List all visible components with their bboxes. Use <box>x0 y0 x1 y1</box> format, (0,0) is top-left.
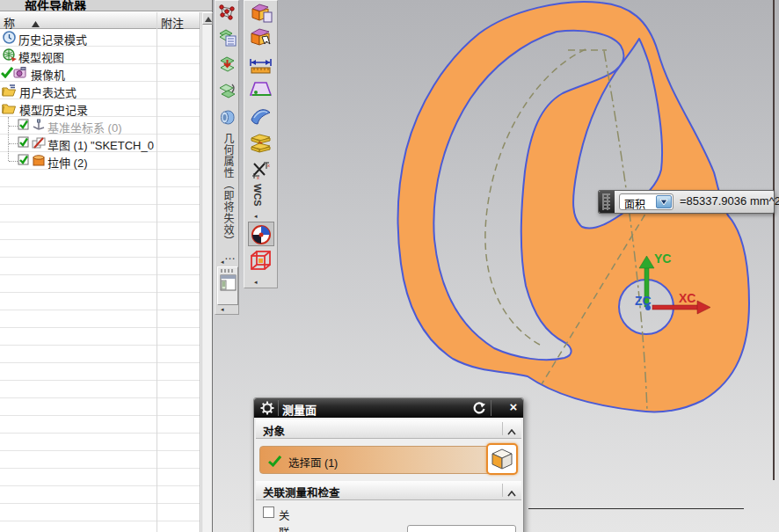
measure-face-dialog: 测量面 × 对象 选择面 (1) 关联测量和检查 关联 <box>253 397 524 532</box>
face-filter-cube-button[interactable] <box>486 443 518 475</box>
tree-row-extrude[interactable]: 拉伸 (2) <box>0 152 156 170</box>
toolbar-geometry-properties: 几何属性（即将失效） … ◂ ◂ <box>215 0 239 315</box>
datum-csys-icon <box>32 119 46 135</box>
folder-expressions-icon <box>2 84 17 99</box>
move-to-layer-icon[interactable] <box>218 55 237 76</box>
viewport-bottom-line <box>528 508 744 509</box>
scroll-up-icon[interactable] <box>202 12 213 25</box>
panel-divider <box>200 12 200 532</box>
grip-dots-icon <box>221 269 235 273</box>
overflow-ellipsis: … <box>224 249 236 262</box>
measure-type-label: 面积 <box>624 196 645 211</box>
flyout-arrow-icon[interactable]: ◂ <box>254 213 258 220</box>
camera-icon <box>13 66 28 82</box>
window-panel-icon <box>220 274 237 294</box>
drag-grip-icon[interactable] <box>599 191 615 213</box>
measure-distance-icon[interactable] <box>249 55 273 77</box>
check-icon <box>1 66 13 81</box>
clock-icon <box>3 31 16 47</box>
tree-item-label[interactable]: 历史记录模式 <box>18 31 87 47</box>
dialog-title-bar[interactable]: 测量面 × <box>254 398 523 418</box>
x-axis-arrow <box>652 305 698 310</box>
part-navigator-panel: 部件导航器 称 附注 历史记录模式 模型视图 <box>0 0 213 532</box>
flyout-arrow-icon[interactable]: ◂ <box>221 306 224 313</box>
tree-scrollbar[interactable] <box>201 12 212 532</box>
area-value: =85337.9036 mm^2 <box>680 194 779 208</box>
title-separator <box>278 400 279 416</box>
feature-checkbox[interactable] <box>18 136 30 151</box>
dialog-title: 测量面 <box>282 401 317 418</box>
geometry-properties-label: 几何属性（即将失效） <box>221 133 236 256</box>
tree-row-sketch[interactable]: 草图 (1) "SKETCH_0 <box>0 135 156 152</box>
tree-row-user-expressions[interactable]: 用户表达式 <box>0 82 156 99</box>
section-label: 关联测量和检查 <box>263 484 340 500</box>
measure-points-icon[interactable]: xx <box>250 160 272 183</box>
column-divider[interactable] <box>157 12 157 532</box>
select-face-row[interactable]: 选择面 (1) <box>259 446 511 474</box>
stack-thickness-icon[interactable] <box>249 132 273 157</box>
zc-axis-label: ZC <box>635 294 652 308</box>
extrude-icon <box>32 154 46 170</box>
orient-view-icon[interactable] <box>248 222 274 246</box>
title-separator <box>491 400 491 416</box>
cube-hand-icon[interactable] <box>249 26 273 51</box>
select-face-label: 选择面 (1) <box>288 454 338 470</box>
tree-item-label[interactable]: 基准坐标系 (0) <box>47 119 122 135</box>
tree-item-label[interactable]: 模型视图 <box>18 48 64 65</box>
close-icon[interactable]: × <box>506 399 521 414</box>
section-label: 对象 <box>263 422 285 439</box>
tree-connector <box>9 161 18 162</box>
section-object[interactable]: 对象 <box>256 419 521 439</box>
model-view-icon <box>3 48 17 64</box>
flyout-arrow-icon[interactable]: ◂ <box>221 259 224 266</box>
wcs-toolbar-label: WCS <box>252 184 263 207</box>
folder-open-icon <box>2 101 17 117</box>
tree-row-datum-csys[interactable]: 基准坐标系 (0) <box>0 117 156 135</box>
resource-tab[interactable] <box>217 266 238 305</box>
cube-note-icon[interactable] <box>249 2 273 26</box>
viewport-right-border <box>773 0 775 480</box>
tree-item-label[interactable]: 用户表达式 <box>19 84 76 100</box>
tree-connector <box>9 143 18 144</box>
measurement-readout-bar[interactable]: 面积 =85337.9036 mm^2 <box>598 190 775 214</box>
clipped-dropdown[interactable] <box>407 525 516 532</box>
toolbar-measure-wcs: xx WCS ◂ ◂ <box>244 0 278 288</box>
tree-row-history-mode[interactable]: 历史记录模式 <box>0 29 156 47</box>
tree-item-label[interactable]: 草图 (1) "SKETCH_0 <box>47 136 154 153</box>
svg-text:x: x <box>267 163 270 168</box>
copy-to-layer-icon[interactable] <box>218 81 237 102</box>
tree-item-label[interactable]: 摄像机 <box>31 66 65 83</box>
measure-type-dropdown[interactable] <box>656 195 672 208</box>
feature-checkbox[interactable] <box>18 154 30 169</box>
sketch-icon <box>32 136 46 152</box>
bounded-cube-icon[interactable] <box>249 250 273 274</box>
tree-row-model-history[interactable]: 模型历史记录 <box>0 99 156 117</box>
xc-axis-label: XC <box>679 291 695 305</box>
node-network-icon[interactable] <box>218 3 237 24</box>
yc-axis-label: YC <box>654 251 671 266</box>
feature-checkbox[interactable] <box>18 119 30 134</box>
flyout-arrow-icon[interactable]: ◂ <box>254 279 258 286</box>
layer-settings-icon[interactable] <box>218 28 237 49</box>
dialog-menu-gear-icon[interactable] <box>260 401 274 415</box>
application-window: YC XC ZC 面积 =85337.9036 mm^2 部件导航器 称 附注 <box>0 0 779 532</box>
panel-title: 部件导航器 <box>0 0 212 11</box>
svg-text:x: x <box>257 175 259 180</box>
reset-icon[interactable] <box>472 401 486 415</box>
measure-type-field[interactable]: 面积 <box>619 193 673 210</box>
association-checkbox[interactable] <box>263 506 274 518</box>
face-angle-icon[interactable] <box>249 79 273 102</box>
tree-row-camera[interactable]: 摄像机 <box>0 64 156 82</box>
collapse-chevron-icon[interactable] <box>502 422 518 435</box>
association-label: 关联 <box>279 506 290 532</box>
collapse-chevron-icon[interactable] <box>502 484 518 497</box>
section-association[interactable]: 关联测量和检查 <box>256 481 521 500</box>
tree-connector <box>9 126 18 127</box>
curved-surface-icon[interactable] <box>249 106 273 129</box>
tree-row-model-views[interactable]: 模型视图 <box>0 47 156 64</box>
tube-icon[interactable] <box>218 108 237 129</box>
check-icon <box>268 455 281 467</box>
tree-item-label[interactable]: 拉伸 (2) <box>47 154 88 171</box>
tree-column-header[interactable]: 称 附注 <box>0 12 200 29</box>
tree-item-label[interactable]: 模型历史记录 <box>19 101 88 118</box>
